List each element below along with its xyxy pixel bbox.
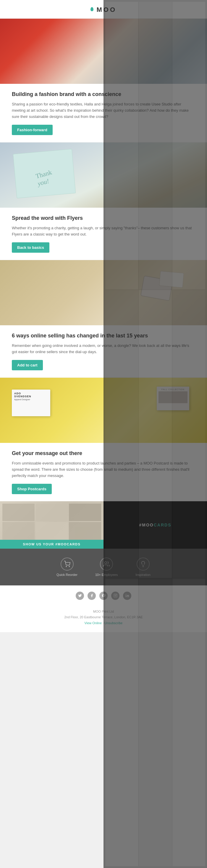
twitter-icon[interactable] <box>76 592 84 600</box>
flyers-button[interactable]: Back to basics <box>12 242 49 253</box>
svg-point-1 <box>69 566 69 567</box>
svg-point-0 <box>66 566 67 567</box>
view-online-link[interactable]: View Online <box>84 621 102 625</box>
cart-icon <box>61 558 74 570</box>
facebook-icon[interactable] <box>88 592 96 600</box>
logo-drop <box>91 7 94 11</box>
moocards-right-panel: #MOOCARDS <box>104 501 207 549</box>
moocards-strip: SHOW US YOUR #MOOCARDS #MOOCARDS <box>0 501 207 549</box>
moocards-left-label: SHOW US YOUR #MOOCARDS <box>0 540 104 549</box>
online-button[interactable]: Add to cart <box>12 360 43 370</box>
footer-reorder-label: Quick Reorder <box>57 573 77 577</box>
postcards-button[interactable]: Shop Postcards <box>12 484 52 494</box>
footer-icon-reorder[interactable]: Quick Reorder <box>57 558 77 577</box>
fashion-button[interactable]: Fashion-forward <box>12 125 53 135</box>
moocards-left-panel: SHOW US YOUR #MOOCARDS <box>0 501 104 549</box>
